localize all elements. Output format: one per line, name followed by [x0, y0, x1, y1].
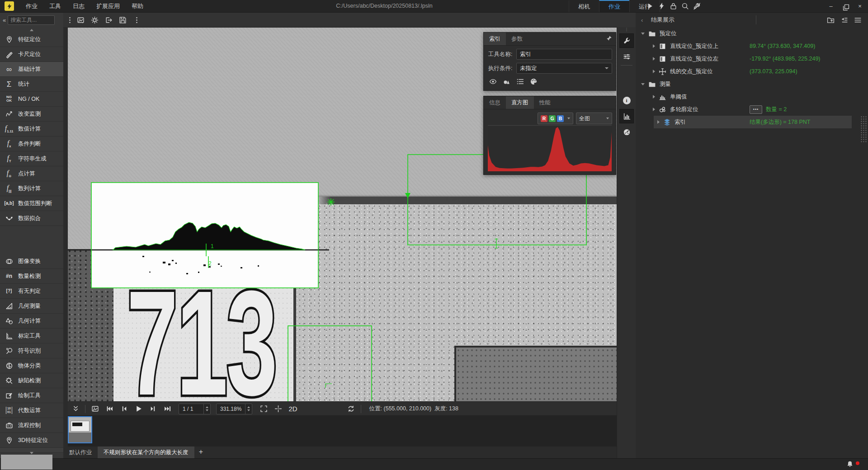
add-job-button[interactable]: + [194, 446, 208, 458]
gauge-icon[interactable] [620, 125, 633, 139]
run-play-icon[interactable] [646, 2, 654, 10]
lock-icon[interactable] [669, 2, 677, 10]
sidebar-item-13[interactable]: 图像变换 [0, 254, 63, 269]
sidebar-item-3[interactable]: Σ 统计 [0, 77, 63, 92]
mode-tab-0[interactable]: 相机 [569, 0, 599, 12]
menu-icon[interactable] [854, 16, 862, 24]
expander-right-icon[interactable] [653, 70, 655, 73]
export-icon[interactable] [105, 16, 113, 24]
menu-1[interactable]: 工具 [43, 0, 67, 12]
sidebar-item-15[interactable]: [?] 有无判定 [0, 284, 63, 299]
expander-down-icon[interactable] [641, 33, 645, 35]
sidebar-item-1[interactable]: 卡尺定位 [0, 47, 63, 62]
notification-bell-icon[interactable] [846, 461, 854, 468]
restore-button[interactable] [838, 0, 853, 12]
settings-gear-icon[interactable] [91, 16, 99, 24]
sidebar-item-24[interactable]: 流程控制 [0, 418, 63, 433]
tool-search-input[interactable] [8, 15, 55, 25]
scroll-up-icon[interactable] [30, 29, 33, 31]
scroll-down-icon[interactable] [30, 452, 33, 454]
visibility-eye-icon[interactable] [489, 78, 497, 85]
sidebar-collapse-icon[interactable]: « [3, 17, 6, 24]
fullscreen-icon[interactable] [258, 403, 269, 415]
hist-tab-1[interactable]: 直方图 [506, 96, 534, 109]
flash-icon[interactable] [657, 2, 665, 10]
panel-collapse-icon[interactable]: ‹ [641, 17, 643, 24]
sidebar-item-8[interactable]: fT 字符串生成 [0, 151, 63, 166]
tree-row-4[interactable]: 测量 [636, 78, 868, 90]
dimension-mode-button[interactable]: 2D [288, 405, 297, 413]
drag-handle[interactable] [860, 116, 867, 143]
color-palette-icon[interactable] [530, 78, 538, 85]
prev-frame-icon[interactable] [118, 403, 130, 415]
minimize-button[interactable]: – [824, 0, 838, 12]
tool-name-input[interactable]: 索引 [516, 49, 612, 60]
sidebar-item-2[interactable]: ∞ 基础计算 [0, 62, 63, 77]
tree-row-5[interactable]: 单阈值 [636, 90, 868, 103]
sidebar-item-9[interactable]: f⊙ 点计算 [0, 166, 63, 181]
shape-overlay-icon[interactable] [503, 78, 510, 85]
sidebar-item-17[interactable]: 几何计算 [0, 314, 63, 329]
sidebar-item-10[interactable]: f||| 数列计算 [0, 181, 63, 196]
search-icon[interactable] [681, 2, 689, 10]
loop-icon[interactable] [345, 403, 357, 415]
tool-tab-0[interactable]: 索引 [484, 33, 506, 45]
spinner-arrows[interactable] [203, 404, 210, 414]
pin-icon[interactable] [606, 35, 612, 42]
tree-row-6[interactable]: 多轮廓定位•••数量 = 2 [636, 103, 868, 116]
sidebar-item-7[interactable]: fx 条件判断 [0, 136, 63, 151]
tree-row-7[interactable]: 索引结果(多边形) = 178 PNT [654, 116, 852, 128]
expander-right-icon[interactable] [653, 95, 655, 99]
strip-handle[interactable]: ⋮ [617, 27, 636, 32]
hist-tab-2[interactable]: 性能 [534, 96, 556, 109]
channel-select[interactable]: RGB [538, 113, 573, 124]
mode-tab-1[interactable]: 作业 [599, 0, 629, 12]
zoom-level[interactable]: 331.18% [216, 404, 252, 414]
tree-row-1[interactable]: 直线定位_预定位上89.74° (373.630, 347.409) [636, 40, 868, 52]
sidebar-item-18[interactable]: 标定工具 [0, 329, 63, 343]
last-frame-icon[interactable] [161, 403, 173, 415]
expander-right-icon[interactable] [653, 108, 655, 111]
close-button[interactable]: × [853, 0, 867, 12]
tree-row-2[interactable]: 直线定位_预定位左-179.92° (483.985, 225.249) [636, 52, 868, 65]
menu-4[interactable]: 帮助 [126, 0, 149, 12]
sidebar-item-5[interactable]: 改变监测 [0, 107, 63, 122]
expander-down-icon[interactable] [641, 83, 645, 85]
sidebar-item-16[interactable]: 几何测量 [0, 299, 63, 314]
result-list-icon[interactable] [516, 78, 524, 85]
menu-2[interactable]: 日志 [67, 0, 90, 12]
image-tool-icon[interactable] [77, 16, 85, 24]
frame-thumbnail[interactable] [68, 416, 92, 443]
chevrons-down-icon[interactable] [70, 403, 81, 415]
sidebar-item-19[interactable]: 符号识别 [0, 343, 63, 358]
expander-right-icon[interactable] [657, 120, 660, 124]
add-folder-icon[interactable] [827, 16, 835, 24]
tree-row-0[interactable]: 预定位 [636, 27, 868, 40]
tool-tab-1[interactable]: 参数 [506, 33, 528, 45]
frame-counter[interactable]: 1 / 1 [179, 404, 211, 414]
expander-right-icon[interactable] [653, 44, 655, 48]
more-button[interactable]: ••• [750, 105, 762, 114]
expander-right-icon[interactable] [653, 57, 655, 61]
image-gallery-icon[interactable] [89, 403, 101, 415]
sidebar-item-23[interactable]: 1001 代数运算 [0, 403, 63, 418]
sliders-icon[interactable] [620, 50, 633, 63]
sidebar-item-22[interactable]: 绘制工具 [0, 388, 63, 403]
scope-select[interactable]: 全图 [576, 113, 612, 124]
exec-condition-select[interactable]: 未指定 [516, 63, 612, 74]
play-icon[interactable] [132, 403, 144, 415]
sidebar-item-21[interactable]: 缺陷检测 [0, 373, 63, 388]
tree-row-3[interactable]: 线的交点_预定位(373.073, 225.094) [636, 65, 868, 78]
sidebar-item-12[interactable]: 数据拟合 [0, 211, 63, 226]
tool-disabled-icon[interactable] [693, 2, 701, 10]
tree-collapse-icon[interactable] [840, 16, 848, 24]
crosshair-icon[interactable] [272, 403, 284, 415]
sidebar-item-14[interactable]: #n 数量检测 [0, 269, 63, 284]
histogram-icon[interactable] [619, 109, 634, 123]
wrench-icon[interactable] [619, 33, 634, 48]
sidebar-item-20[interactable]: 物体分类 [0, 358, 63, 373]
sidebar-item-25[interactable]: 3D特征定位 [0, 433, 63, 448]
job-tab-0[interactable]: 默认作业 [63, 446, 98, 458]
sidebar-item-0[interactable]: 特征定位 [0, 32, 63, 47]
next-frame-icon[interactable] [147, 403, 159, 415]
